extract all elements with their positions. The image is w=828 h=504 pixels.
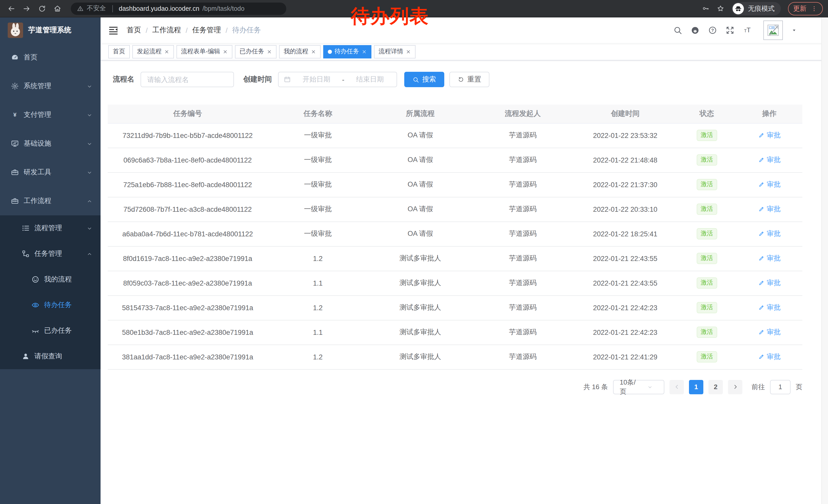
prev-page-button[interactable] xyxy=(669,380,684,394)
tab-close-icon[interactable] xyxy=(406,49,411,54)
page-number-1[interactable]: 1 xyxy=(689,380,703,394)
reload-icon[interactable] xyxy=(36,2,48,15)
sidebar-item-dev-tools[interactable]: 研发工具 xyxy=(0,158,100,187)
sidebar-item-todo-task[interactable]: 待办任务 xyxy=(0,292,100,318)
pencil-icon xyxy=(758,206,764,213)
face-icon xyxy=(31,275,40,283)
sidebar-item-label: 流程管理 xyxy=(34,224,62,233)
fullscreen-icon[interactable] xyxy=(726,26,735,35)
sidebar-item-infrastructure[interactable]: 基础设施 xyxy=(0,129,100,158)
chevron-down-icon xyxy=(86,169,93,176)
sidebar-item-task-management[interactable]: 任务管理 xyxy=(0,241,100,267)
user-avatar[interactable] xyxy=(763,20,783,40)
cell-status: 激活 xyxy=(677,123,736,148)
tab-todo-task[interactable]: 待办任务 xyxy=(323,45,371,58)
table-row: 75d72608-7b7f-11ec-a3c8-acde48001122一级审批… xyxy=(108,197,802,222)
chevron-up-icon xyxy=(86,198,93,204)
password-key-icon[interactable] xyxy=(702,5,709,12)
avatar-caret-down-icon xyxy=(791,27,797,33)
logo-rabbit-avatar xyxy=(8,22,23,38)
address-bar[interactable]: 不安全 dashboard.yudao.iocoder.cn/bpm/task/… xyxy=(71,2,286,15)
sidebar-item-payment-management[interactable]: ¥支付管理 xyxy=(0,100,100,129)
svg-text:?: ? xyxy=(711,28,714,33)
sidebar-item-workflow[interactable]: 工作流程 xyxy=(0,187,100,215)
active-tab-dot xyxy=(328,49,332,54)
approve-link[interactable]: 审批 xyxy=(758,278,781,288)
browser-scrollbar[interactable] xyxy=(821,17,828,504)
not-secure-warning-icon[interactable] xyxy=(77,5,84,12)
chrome-update-button[interactable]: 更新 xyxy=(788,2,823,15)
reset-button[interactable]: 重置 xyxy=(449,72,489,87)
approve-link[interactable]: 审批 xyxy=(758,352,781,362)
breadcrumb-item: 待办任务 xyxy=(232,26,261,35)
cell-created: 2022-01-21 22:42:23 xyxy=(573,320,677,345)
tab-close-icon[interactable] xyxy=(267,49,272,54)
sidebar-item-process-management[interactable]: 流程管理 xyxy=(0,215,100,241)
approve-link[interactable]: 审批 xyxy=(758,328,781,337)
gear-icon xyxy=(11,82,19,90)
breadcrumb-item[interactable]: 任务管理 xyxy=(192,26,221,35)
chevron-up-icon xyxy=(86,250,93,257)
page-number-2[interactable]: 2 xyxy=(708,380,723,394)
sidebar-item-leave-query[interactable]: 请假查询 xyxy=(0,343,100,369)
fontsize-icon[interactable]: TT xyxy=(743,26,752,35)
table-row: 725a1eb6-7b88-11ec-8ef0-acde48001122一级审批… xyxy=(108,172,802,197)
github-icon[interactable] xyxy=(691,26,700,35)
page-size-select[interactable]: 10条/页 xyxy=(613,380,664,394)
table-row: 8f059c03-7ac8-11ec-a9e2-a2380e71991a1.1测… xyxy=(108,271,802,295)
cell-status: 激活 xyxy=(677,295,736,320)
approve-link[interactable]: 审批 xyxy=(758,131,781,140)
forward-icon[interactable] xyxy=(20,2,33,15)
approve-link[interactable]: 审批 xyxy=(758,155,781,165)
sidebar-item-done-task[interactable]: 已办任务 xyxy=(0,318,100,343)
app-logo[interactable]: 芋道管理系统 xyxy=(0,17,100,43)
create-time-label: 创建时间 xyxy=(243,75,272,84)
question-icon[interactable]: ? xyxy=(708,26,717,35)
approve-link[interactable]: 审批 xyxy=(758,229,781,238)
tab-process-detail[interactable]: 流程详情 xyxy=(374,45,416,58)
approve-label: 审批 xyxy=(767,155,781,165)
sidebar-item-my-process[interactable]: 我的流程 xyxy=(0,267,100,292)
cell-action: 审批 xyxy=(736,222,802,246)
tab-start-process[interactable]: 发起流程 xyxy=(132,45,174,58)
tab-close-icon[interactable] xyxy=(164,49,169,54)
table-row: 8f0d1619-7ac8-11ec-a9e2-a2380e71991a1.2测… xyxy=(108,246,802,271)
tab-label: 我的流程 xyxy=(284,47,308,56)
home-icon[interactable] xyxy=(51,2,64,15)
search-button[interactable]: 搜索 xyxy=(404,72,444,87)
bookmark-star-icon[interactable] xyxy=(717,5,724,12)
monitor-icon xyxy=(11,139,19,148)
goto-page-input[interactable] xyxy=(770,380,791,394)
sidebar: 芋道管理系统 首页系统管理¥支付管理基础设施研发工具工作流程流程管理任务管理我的… xyxy=(0,17,100,504)
breadcrumb-item[interactable]: 工作流程 xyxy=(152,26,181,35)
sidebar-collapse-icon[interactable] xyxy=(108,25,119,35)
approve-link[interactable]: 审批 xyxy=(758,204,781,214)
breadcrumb-item[interactable]: 首页 xyxy=(127,26,141,35)
back-icon[interactable] xyxy=(5,2,17,15)
goto-label: 前往 xyxy=(752,382,765,392)
cell-initiator: 芋道源码 xyxy=(472,271,573,295)
approve-link[interactable]: 审批 xyxy=(758,180,781,189)
sidebar-item-home[interactable]: 首页 xyxy=(0,43,100,72)
sidebar-item-label: 基础设施 xyxy=(24,139,51,148)
search-icon[interactable] xyxy=(673,26,682,35)
approve-label: 审批 xyxy=(767,303,781,312)
approve-link[interactable]: 审批 xyxy=(758,303,781,312)
tab-home[interactable]: 首页 xyxy=(108,45,130,58)
process-name-input[interactable] xyxy=(140,72,234,87)
top-navbar: 首页/工作流程/任务管理/待办任务 ?TT xyxy=(100,17,828,43)
next-page-button[interactable] xyxy=(728,380,742,394)
approve-link[interactable]: 审批 xyxy=(758,254,781,263)
tab-close-icon[interactable] xyxy=(311,49,316,54)
column-header: 流程发起人 xyxy=(472,104,573,123)
date-range-picker[interactable]: 开始日期 - 结束日期 xyxy=(278,72,397,87)
cell-created: 2022-01-21 22:41:29 xyxy=(573,345,677,369)
sidebar-item-system-management[interactable]: 系统管理 xyxy=(0,72,100,100)
tab-done-task[interactable]: 已办任务 xyxy=(235,45,277,58)
cell-initiator: 芋道源码 xyxy=(472,295,573,320)
tab-form-edit[interactable]: 流程表单-编辑 xyxy=(176,45,233,58)
browser-menu-icon[interactable] xyxy=(811,5,818,12)
tab-close-icon[interactable] xyxy=(223,49,228,54)
tab-close-icon[interactable] xyxy=(362,49,367,54)
tab-my-process[interactable]: 我的流程 xyxy=(279,45,321,58)
